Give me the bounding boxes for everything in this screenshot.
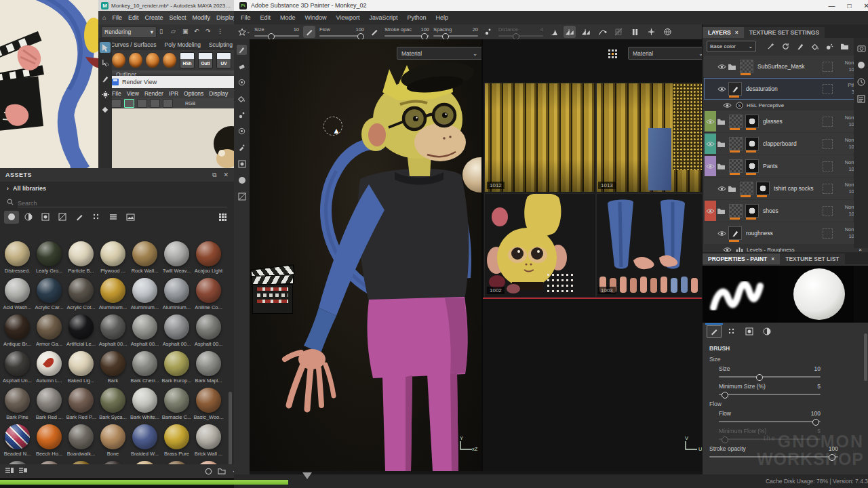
toolbar-size-slider[interactable]: Size10 — [254, 27, 299, 37]
maya-tool-show-manipulator[interactable] — [100, 104, 111, 115]
layer-row-subsurface_mask[interactable]: SubSurface_MaskNorm⌄100⌄ — [704, 56, 866, 77]
udim-grid-icon[interactable] — [608, 49, 617, 58]
layer-mask-thumbnail[interactable] — [745, 137, 759, 150]
material-thumbnail[interactable]: Aluminium... — [129, 277, 161, 313]
tab-texture-set-settings[interactable]: TEXTURE SET SETTINGS — [744, 27, 825, 38]
material-thumbnail[interactable]: Aluminium... — [97, 277, 129, 313]
falloff-icon[interactable] — [547, 26, 559, 38]
maya-menu-edit[interactable]: Edit — [128, 14, 139, 21]
filter-brushes-icon[interactable] — [72, 211, 87, 224]
toolbar-stroke-opacity-slider[interactable]: Stroke opac100 — [384, 27, 429, 37]
viewport2d-material-dropdown[interactable]: Material⌄ — [628, 47, 703, 60]
layer-thumbnail[interactable] — [729, 137, 743, 150]
tool-polygon-fill[interactable] — [237, 94, 247, 104]
material-thumbnail[interactable]: Bone — [97, 423, 129, 460]
layer-mask-slot[interactable] — [823, 117, 833, 127]
maya-title-bar[interactable]: M Monkey_10_render.mb* - Autodesk MAYA 2… — [98, 0, 234, 11]
history-icon[interactable] — [857, 78, 865, 86]
shader-settings-icon[interactable] — [857, 61, 865, 69]
material-thumbnail[interactable]: Brass Pure — [161, 423, 193, 460]
view-details-icon[interactable] — [19, 468, 27, 474]
home-icon[interactable]: ⌂ — [102, 14, 106, 21]
material-thumbnail[interactable]: Plywood ... — [97, 240, 129, 277]
layer-mask-slot[interactable] — [823, 206, 833, 216]
material-thumbnail[interactable]: Asphalt 00... — [129, 313, 161, 350]
tab-properties-paint[interactable]: PROPERTIES - PAINT× — [703, 253, 780, 264]
rv-menu-options[interactable]: Options — [184, 90, 203, 97]
material-thumbnail[interactable]: Brick Wall ... — [193, 423, 224, 460]
shelf-tab-sculpting[interactable]: Sculpting — [209, 41, 233, 48]
paint-layer-thumbnail[interactable] — [728, 82, 742, 96]
brush-setting-minimum-size-[interactable]: Minimum Size (%)5 — [719, 383, 862, 395]
visibility-eye-icon[interactable] — [705, 208, 716, 214]
maximize-button[interactable]: □ — [848, 2, 852, 9]
display-settings-icon[interactable] — [857, 45, 866, 52]
align-icon[interactable] — [645, 26, 657, 38]
slider-knob[interactable] — [722, 392, 728, 399]
symmetry-pivot-icon[interactable] — [580, 26, 592, 38]
maya-tool-paint-select[interactable] — [100, 73, 111, 84]
material-thumbnail[interactable]: Aluminium... — [161, 277, 193, 313]
filter-textures-icon[interactable] — [106, 211, 121, 224]
tool-paint[interactable] — [237, 45, 247, 55]
layer-mask-slot[interactable] — [823, 228, 833, 239]
maya-menuset-dropdown[interactable]: Rendering▾ — [101, 26, 157, 38]
painter-menu-viewport[interactable]: Viewport — [336, 14, 360, 21]
layer-row-tshirt-cap-socks[interactable]: tshirt cap socksNorm⌄100⌄ — [704, 178, 866, 199]
material-thumbnail[interactable]: Bark Pine — [1, 386, 33, 423]
panel-options-icon[interactable]: ⧉ — [212, 171, 216, 179]
toolbar-distance-slider[interactable]: Distance4 — [498, 27, 543, 37]
rv-menu-render[interactable]: Render — [144, 90, 163, 97]
material-thumbnail[interactable]: Twill Weav... — [161, 240, 193, 277]
video-playhead-icon[interactable] — [302, 472, 312, 479]
painter-menu-mode[interactable]: Mode — [280, 14, 296, 21]
material-thumbnail[interactable]: Barnacle C... — [161, 386, 193, 423]
filter-filters-icon[interactable] — [55, 211, 70, 224]
visibility-eye-icon[interactable] — [716, 230, 727, 237]
material-thumbnail[interactable]: Antique Br... — [1, 313, 33, 350]
layer-row-desaturation[interactable]: desaturationPthr⌄32⌄ — [704, 78, 866, 100]
pick-material-icon[interactable] — [766, 41, 776, 51]
brush-preset-icon[interactable]: ⌄ — [238, 26, 250, 38]
visibility-eye-icon[interactable] — [722, 102, 732, 108]
material-thumbnail[interactable]: Bark Cherr... — [129, 350, 161, 386]
setting-value[interactable]: 10 — [814, 365, 821, 372]
spacing-dots-icon[interactable] — [482, 26, 494, 38]
tool-viewer[interactable] — [237, 175, 247, 185]
material-thumbnail[interactable]: Acajou Light — [193, 240, 224, 277]
shelf-layout-button-uv[interactable]: UV — [216, 52, 231, 68]
tool-quick-mask[interactable] — [237, 159, 247, 169]
layer-mask-slot[interactable] — [823, 184, 833, 194]
slider-knob[interactable] — [812, 419, 819, 426]
viewport-3d[interactable]: Material⌄ ▲ Y xZ — [250, 39, 481, 471]
material-thumbnail[interactable]: Asphalt Un... — [1, 350, 33, 386]
snap-icon[interactable] — [612, 26, 625, 38]
material-thumbnail[interactable]: Acrylic Car... — [33, 277, 65, 313]
visibility-eye-icon[interactable] — [716, 186, 727, 192]
projection-sphere-icon[interactable] — [661, 26, 673, 38]
filter-smart-masks-icon[interactable] — [38, 211, 53, 224]
tool-stencil[interactable] — [237, 191, 247, 201]
layer-row-glasses[interactable]: glassesNorm⌄100⌄ — [704, 110, 866, 132]
rv-menu-ipr[interactable]: IPR — [169, 90, 178, 97]
layer-thumbnail[interactable] — [729, 115, 743, 128]
sync-icon[interactable] — [205, 468, 212, 475]
collection-icon[interactable] — [218, 468, 226, 474]
log-icon[interactable] — [857, 95, 865, 103]
brush-setting-stroke-opacity[interactable]: Stroke opacity100 — [709, 445, 862, 458]
brush-tab-material[interactable] — [760, 325, 774, 338]
visibility-eye-icon[interactable] — [716, 64, 727, 70]
shelf-layout-button-hsh[interactable]: HSh — [180, 52, 195, 68]
add-folder-icon[interactable] — [840, 41, 850, 51]
brush-setting-flow[interactable]: Flow100 — [719, 410, 862, 422]
search-input[interactable]: Search — [18, 197, 227, 207]
rv-rgb-label[interactable]: RGB — [185, 101, 195, 106]
layer-mask-slot[interactable] — [823, 62, 833, 72]
material-thumbnail[interactable]: Acrylic Cot... — [65, 277, 97, 313]
shelf-layout-button-outl[interactable]: Outl — [198, 52, 213, 68]
more-icon[interactable]: ⋮ — [217, 28, 226, 36]
visibility-eye-icon[interactable] — [705, 163, 716, 169]
undo-icon[interactable]: ↶ — [194, 28, 203, 36]
rv-menu-view[interactable]: View — [127, 90, 139, 97]
layer-row-clapperboard[interactable]: clapperboardNorm⌄100⌄ — [704, 133, 866, 155]
